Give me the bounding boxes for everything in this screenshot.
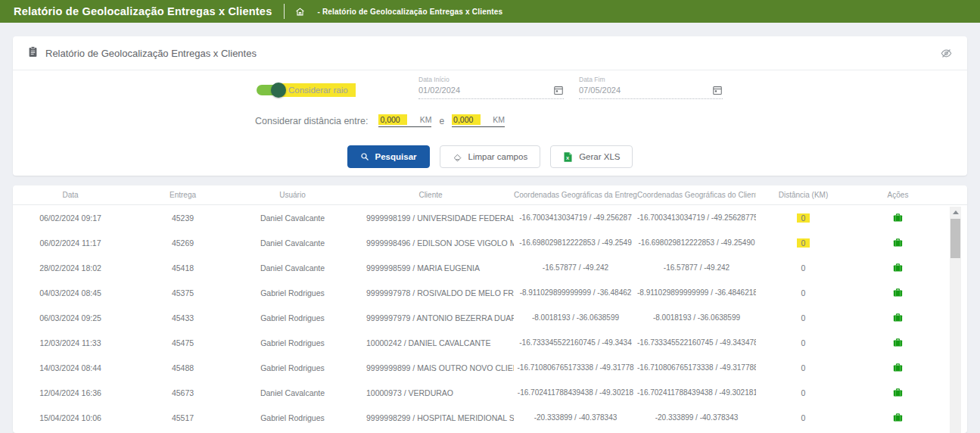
search-icon [360,152,369,161]
col-header-acoes: Ações [851,191,945,199]
search-button[interactable]: Pesquisar [347,145,430,168]
distance-min-field: KM [378,114,431,127]
briefcase-icon[interactable] [892,287,904,298]
generate-xls-button[interactable]: X Gerar XLS [550,145,633,168]
briefcase-icon[interactable] [892,312,904,323]
col-header-data: Data [13,191,128,199]
distance-max-field: KM [452,114,505,127]
table-row: 04/03/2024 08:45 45375 Gabriel Rodrigues… [13,280,967,305]
cell-coord-client: -16.57877 / -49.242 [637,263,756,272]
briefcase-icon[interactable] [892,212,904,223]
generate-xls-button-label: Gerar XLS [579,152,620,161]
distance-value: 0 [797,263,810,273]
date-end-input[interactable] [579,86,708,95]
cell-date: 12/03/2024 11:33 [13,338,128,347]
filter-card-header: Relatório de Geolocalização Entregas x C… [13,36,967,70]
cell-delivery: 45269 [128,238,238,248]
cell-date: 14/03/2024 08:44 [13,363,128,372]
cell-distance: 0 [756,263,851,273]
cell-client: 10000973 / VERDURAO [347,388,514,397]
briefcase-icon[interactable] [892,337,904,348]
distance-value: 0 [797,413,810,422]
cell-delivery: 45239 [128,213,238,223]
distance-value: 0 [797,313,810,322]
cell-coord-delivery: -16.57877 / -49.242 [514,263,637,272]
col-header-entrega: Entrega [128,191,238,199]
table-row: 06/02/2024 09:17 45239 Daniel Cavalcante… [13,205,967,230]
cell-coord-delivery: -16.733345522160745 / -49.3434 [514,338,637,347]
table-row: 14/03/2024 08:44 45488 Gabriel Rodrigues… [13,355,967,380]
cell-delivery: 45517 [128,413,238,422]
topbar: Relatório de Geolocalização Entregas x C… [0,0,980,23]
scrollbar-up-arrow-icon[interactable] [950,207,961,217]
eraser-icon [453,152,462,162]
cell-user: Daniel Cavalcante [238,388,347,397]
date-start-label: Data Início [418,76,564,83]
cell-coord-client: -16.710806765173338 / -49.317788 [637,363,756,372]
cell-coord-delivery: -16.698029812222853 / -49.2549 [514,238,637,247]
distance-max-input[interactable] [452,114,481,125]
distance-label: Considerar distância entre: [255,116,368,126]
distance-value: 0 [797,288,810,297]
briefcase-icon[interactable] [892,237,904,248]
cell-distance: 0 [756,288,851,297]
calendar-icon[interactable] [712,85,723,95]
home-icon[interactable] [295,7,305,17]
results-table-card: Data Entrega Usuário Cliente Coordenadas… [13,185,967,433]
scrollbar-thumb[interactable] [950,219,960,258]
cell-client: 9999998199 / UNIVERSIDADE FEDERAL DO RIO… [347,213,514,223]
cell-distance: 0 [756,238,851,248]
cell-coord-client: -16.702411788439438 / -49.302181 [637,388,756,397]
distance-value: 0 [797,238,810,248]
cell-delivery: 45488 [128,363,238,372]
briefcase-icon[interactable] [892,412,904,423]
filter-card-title: Relatório de Geolocalização Entregas x C… [45,48,257,59]
cell-client: 9999998299 / HOSPITAL MERIDIONAL S.A [347,413,514,422]
cell-date: 06/02/2024 11:17 [13,238,128,248]
vertical-scrollbar[interactable] [950,207,961,433]
cell-coord-delivery: -8.911029899999999 / -36.48462 [514,288,637,297]
distance-value: 0 [797,388,810,397]
cell-distance: 0 [756,313,851,322]
cell-distance: 0 [756,363,851,372]
cell-date: 06/03/2024 09:25 [13,313,128,322]
considerar-raio-toggle[interactable] [257,85,284,95]
filter-card: Relatório de Geolocalização Entregas x C… [13,36,967,176]
briefcase-icon[interactable] [892,387,904,398]
cell-client: 9999998496 / EDILSON JOSE VIGOLO ME [347,238,514,248]
date-start-input[interactable] [418,86,549,95]
distance-min-input[interactable] [378,114,407,125]
cell-user: Daniel Cavalcante [238,213,347,223]
cell-delivery: 45673 [128,388,238,397]
cell-date: 12/04/2024 16:36 [13,388,128,397]
distance-conjunction: e [439,116,444,126]
cell-coord-delivery: -16.702411788439438 / -49.30218 [514,388,637,397]
col-header-distancia: Distância (KM) [756,191,851,199]
cell-date: 15/04/2024 10:06 [13,413,128,422]
breadcrumb: - Relatório de Geolocalização Entregas x… [317,8,502,16]
cell-distance: 0 [756,388,851,397]
cell-delivery: 45375 [128,288,238,297]
cell-date: 06/02/2024 09:17 [13,213,128,223]
eye-off-icon[interactable] [941,48,952,59]
cell-coord-delivery: -16.710806765173338 / -49.31778 [514,363,637,372]
cell-user: Gabriel Rodrigues [238,338,347,347]
table-row: 28/02/2024 18:02 45418 Daniel Cavalcante… [13,255,967,280]
filter-buttons-row: Pesquisar Limpar campos X Gerar XLS [13,145,967,168]
considerar-raio-label: Considerar raio [279,83,356,97]
calendar-icon[interactable] [553,85,564,95]
col-header-cliente: Cliente [347,191,514,199]
clear-fields-button[interactable]: Limpar campos [440,145,541,168]
briefcase-icon[interactable] [892,362,904,373]
cell-date: 04/03/2024 08:45 [13,288,128,297]
distance-value: 0 [797,363,810,372]
cell-distance: 0 [756,213,851,223]
cell-user: Gabriel Rodrigues [238,313,347,322]
cell-distance: 0 [756,338,851,347]
cell-coord-client: -20.333899 / -40.378343 [637,413,756,422]
clipboard-icon [28,46,38,61]
briefcase-icon[interactable] [892,262,904,273]
cell-client: 9999997978 / ROSIVALDO DE MELO FRANCO [347,288,514,297]
cell-delivery: 45433 [128,313,238,322]
col-header-coord-cliente: Coordenadas Geográficas do Cliente [637,191,756,199]
